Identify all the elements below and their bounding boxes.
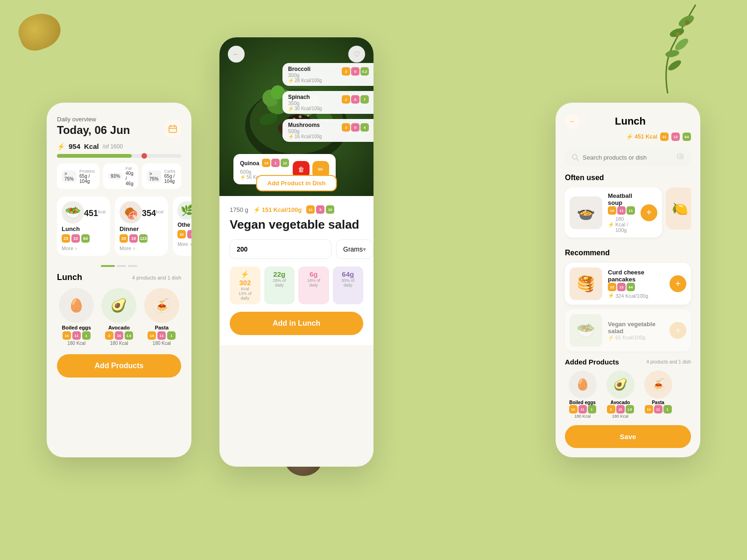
added-eggs-image: 🥚 xyxy=(569,371,597,399)
added-products-title: Added Products xyxy=(565,358,619,366)
curd-pancakes-info: Curd cheese pancakes 23 13 64 ⚡324 Kcal/… xyxy=(608,269,664,299)
search-bar[interactable] xyxy=(565,148,691,166)
added-products-row: 🥚 Boiled eggs 14 11 1 180 Kcal 🥑 Avocado… xyxy=(565,371,691,419)
product-avocado[interactable]: 🥑 Avocado 2 16 1.6 180 Kcal xyxy=(99,288,138,346)
kcal-label: Kcal xyxy=(84,142,99,150)
vegan-salad-card[interactable]: 🥗 Vegan vegetable salad ⚡61 Kcal/100g + xyxy=(565,309,691,351)
meatball-soup-name: Meatball soup xyxy=(608,192,635,206)
svg-point-5 xyxy=(685,20,690,25)
meatball-soup-image: 🍲 xyxy=(570,196,602,229)
search-icon xyxy=(571,154,579,161)
fat-nutrition: 6g 18% of daily xyxy=(298,266,329,304)
added-avocado[interactable]: 🥑 Avocado 2 16 1.6 180 Kcal xyxy=(603,371,638,419)
svg-point-6 xyxy=(676,32,680,36)
product-name-pasta: Pasta xyxy=(155,325,169,330)
curd-pancakes-name: Curd cheese pancakes xyxy=(608,269,664,283)
back-button[interactable]: ← xyxy=(228,46,245,63)
kcal-of: /of 1600 xyxy=(103,143,123,150)
meatball-soup-card[interactable]: 🍲 Meatball soup 14 11 11 ⚡180 Kcal / 100… xyxy=(565,188,662,238)
broccoli-ingredient: Broccoli 300g 3 0 0.2 ⚡28 Kcal/100g xyxy=(282,63,374,86)
other-more-button[interactable]: More› xyxy=(177,241,191,247)
meal-cards-row: 🥗 451kcal Lunch 23 10 64 More› 🍖 xyxy=(57,196,181,256)
daily-overview-label: Daily overview xyxy=(57,116,181,123)
svg-point-19 xyxy=(299,115,302,118)
nutrition-row: ⚡ 302 Kcal 13% of daily 22g 28% of daily… xyxy=(230,266,363,304)
lunch-tags: 23 10 64 xyxy=(62,234,106,243)
lunch-more-button[interactable]: More› xyxy=(62,245,106,251)
mushrooms-ingredient: Mushrooms 500g 3 0 4 ⚡16 Kcal/100g xyxy=(282,119,374,142)
right-back-button[interactable]: ← xyxy=(565,114,580,129)
added-pasta-name: Pasta xyxy=(652,400,664,405)
lemon-decoration xyxy=(14,8,65,55)
right-kcal: ⚡ 451 Kcal xyxy=(626,133,657,140)
other-meal-card[interactable]: 🌿 Othe 23 1 More› xyxy=(173,196,191,256)
svg-point-4 xyxy=(667,58,683,72)
lunch-image: 🥗 xyxy=(62,201,84,224)
add-curd-pancakes-button[interactable]: + xyxy=(669,275,686,292)
curd-pancakes-image: 🥞 xyxy=(570,267,602,300)
add-products-button[interactable]: Add Products xyxy=(57,354,181,378)
lunch-meal-card[interactable]: 🥗 451kcal Lunch 23 10 64 More› xyxy=(57,196,110,256)
added-pasta-image: 🍝 xyxy=(644,371,672,399)
protein-nutrition: 22g 28% of daily xyxy=(264,266,295,304)
added-eggs-name: Boiled eggs xyxy=(569,400,596,405)
protein-macro: > 75% Proteins 65g / 104g xyxy=(57,163,99,189)
other-image: 🌿 xyxy=(177,201,191,220)
other-tags: 23 1 xyxy=(177,230,191,238)
svg-point-21 xyxy=(307,115,309,117)
product-name-avocado: Avocado xyxy=(108,325,130,330)
added-pasta[interactable]: 🍝 Pasta 14 11 1 xyxy=(641,371,676,419)
slider-dots xyxy=(57,265,181,267)
curd-pancakes-kcal: ⚡324 Kcal/100g xyxy=(608,293,664,299)
often-used-row: 🍲 Meatball soup 14 11 11 ⚡180 Kcal / 100… xyxy=(565,188,691,242)
added-avocado-kcal: 180 Kcal xyxy=(612,414,628,419)
add-vegan-salad-button[interactable]: + xyxy=(669,322,686,339)
svg-line-25 xyxy=(577,159,578,161)
unit-select[interactable]: Grams ▾ xyxy=(336,239,373,259)
carbs-macro: > 75% Carbs 65g / 104g xyxy=(142,163,181,189)
add-meatball-soup-button[interactable]: + xyxy=(641,204,657,221)
dish-kcal-badge: ⚡ 151 Kcal/100g xyxy=(253,206,302,213)
meatball-soup-info: Meatball soup 14 11 11 ⚡180 Kcal / 100g xyxy=(608,192,635,233)
added-eggs[interactable]: 🥚 Boiled eggs 14 11 1 180 Kcal xyxy=(565,371,600,419)
often-used-partial-item: 🍋 xyxy=(666,188,691,230)
right-title: Lunch xyxy=(615,115,661,127)
search-input[interactable] xyxy=(583,154,673,161)
quantity-input[interactable] xyxy=(230,239,331,259)
lunch-section: Lunch 4 products and 1 dish 🥚 Boiled egg… xyxy=(57,273,181,346)
add-product-dish-button[interactable]: Add Product in Dish xyxy=(256,175,337,191)
dish-stats: 1750 g ⚡ 151 Kcal/100g 11 5 32 xyxy=(230,205,363,214)
calendar-button[interactable] xyxy=(164,120,181,137)
spinach-ingredient: Spinach 350g 2 0 7 ⚡30 Kcal/100g xyxy=(282,91,374,114)
dish-kcal-value: 151 xyxy=(262,206,272,213)
dinner-more-button[interactable]: More› xyxy=(120,245,163,251)
meatball-soup-kcal: ⚡180 Kcal / 100g xyxy=(608,216,635,233)
camera-icon[interactable] xyxy=(677,153,684,161)
curd-pancakes-card[interactable]: 🥞 Curd cheese pancakes 23 13 64 ⚡324 Kca… xyxy=(565,263,691,305)
added-avocado-image: 🥑 xyxy=(606,371,634,399)
dish-image-area: ← ♡ Broccoli 300g 3 0 0.2 ⚡28 Kcal/100g xyxy=(219,37,374,196)
svg-rect-7 xyxy=(169,126,176,133)
add-to-lunch-button[interactable]: Add in Lunch xyxy=(230,312,363,335)
carb-nutrition: 64g 30% of daily xyxy=(333,266,364,304)
added-avocado-name: Avocado xyxy=(611,400,630,405)
product-pasta[interactable]: 🍝 Pasta 14 11 1 180 Kcal xyxy=(142,288,181,346)
right-phone: ← Lunch ⚡ 451 Kcal 31 13 64 Often used 🍲… xyxy=(556,103,700,457)
added-eggs-kcal: 180 Kcal xyxy=(574,414,591,419)
product-kcal-avocado: 180 Kcal xyxy=(110,341,128,346)
product-boiled-eggs[interactable]: 🥚 Boiled eggs 14 11 1 180 Kcal xyxy=(57,288,96,346)
vegan-salad-image: 🥗 xyxy=(570,314,602,347)
added-products-count: 4 products and 1 dish xyxy=(646,359,691,364)
favorite-button[interactable]: ♡ xyxy=(348,46,365,63)
other-name: Othe xyxy=(177,222,191,228)
dinner-tags: 28 19 123 xyxy=(120,234,163,243)
right-header: ← Lunch xyxy=(565,114,691,129)
left-phone: Daily overview Today, 06 Jun ⚡ 954 Kcal … xyxy=(47,103,191,457)
dish-total-weight: 1750 g xyxy=(230,206,248,213)
dinner-meal-card[interactable]: 🍖 354kcal Dinner 28 19 123 More› xyxy=(115,196,168,256)
calories-progress-bar xyxy=(57,154,181,158)
vegan-salad-kcal: ⚡61 Kcal/100g xyxy=(608,335,664,341)
save-button[interactable]: Save xyxy=(565,425,691,448)
product-items-row: 🥚 Boiled eggs 14 11 1 180 Kcal 🥑 Avocado… xyxy=(57,288,181,346)
dish-kcal-unit: Kcal/100g xyxy=(273,206,302,213)
